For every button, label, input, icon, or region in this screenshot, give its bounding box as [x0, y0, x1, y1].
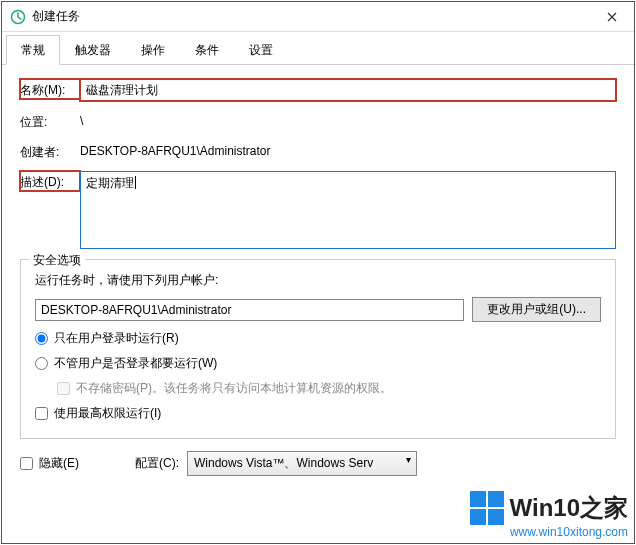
radio-anytime-label: 不管用户是否登录都要运行(W) [54, 355, 217, 372]
tab-bar: 常规 触发器 操作 条件 设置 [2, 34, 634, 65]
name-label: 名称(M): [20, 79, 80, 99]
configure-for-label: 配置(C): [135, 455, 179, 472]
configure-for-value: Windows Vista™、Windows Serv [194, 456, 373, 470]
radio-logged-on-label: 只在用户登录时运行(R) [54, 330, 179, 347]
no-store-password-checkbox [57, 382, 70, 395]
close-icon [607, 12, 617, 22]
radio-anytime[interactable] [35, 357, 48, 370]
tab-content-general: 名称(M): 位置: \ 创建者: DESKTOP-8AFRQU1\Admini… [2, 65, 634, 543]
hidden-checkbox[interactable] [20, 457, 33, 470]
windows-logo-icon [470, 491, 504, 525]
creator-label: 创建者: [20, 141, 80, 161]
creator-value: DESKTOP-8AFRQU1\Administrator [80, 141, 616, 158]
tab-general[interactable]: 常规 [6, 35, 60, 65]
no-store-password-row: 不存储密码(P)。该任务将只有访问本地计算机资源的权限。 [57, 380, 601, 397]
location-value: \ [80, 111, 616, 128]
titlebar: 创建任务 [2, 2, 634, 32]
configure-for-combo[interactable]: Windows Vista™、Windows Serv [187, 451, 417, 476]
task-icon [10, 9, 26, 25]
highest-priv-label: 使用最高权限运行(I) [54, 405, 161, 422]
no-store-password-label: 不存储密码(P)。该任务将只有访问本地计算机资源的权限。 [76, 380, 392, 397]
highest-priv-row[interactable]: 使用最高权限运行(I) [35, 405, 601, 422]
hidden-label: 隐藏(E) [39, 455, 79, 472]
hidden-row[interactable]: 隐藏(E) [20, 455, 79, 472]
highest-priv-checkbox[interactable] [35, 407, 48, 420]
watermark-url: www.win10xitong.com [470, 525, 628, 539]
location-label: 位置: [20, 111, 80, 131]
tab-settings[interactable]: 设置 [234, 35, 288, 65]
security-legend: 安全选项 [29, 252, 85, 269]
security-options-group: 安全选项 运行任务时，请使用下列用户帐户: 更改用户或组(U)... 只在用户登… [20, 259, 616, 439]
radio-logged-on[interactable] [35, 332, 48, 345]
description-label: 描述(D): [20, 171, 80, 191]
account-input[interactable] [35, 299, 464, 321]
tab-triggers[interactable]: 触发器 [60, 35, 126, 65]
watermark-brand: Win10之家 [510, 492, 628, 524]
tab-actions[interactable]: 操作 [126, 35, 180, 65]
radio-anytime-row[interactable]: 不管用户是否登录都要运行(W) [35, 355, 601, 372]
change-user-button[interactable]: 更改用户或组(U)... [472, 297, 601, 322]
description-input[interactable]: 定期清理 [80, 171, 616, 249]
run-as-label: 运行任务时，请使用下列用户帐户: [35, 272, 601, 289]
close-button[interactable] [590, 2, 634, 31]
radio-logged-on-row[interactable]: 只在用户登录时运行(R) [35, 330, 601, 347]
description-text: 定期清理 [86, 176, 136, 190]
name-input[interactable] [80, 79, 616, 101]
create-task-window: 创建任务 常规 触发器 操作 条件 设置 名称(M): 位置: \ 创建者: D… [1, 1, 635, 544]
tab-conditions[interactable]: 条件 [180, 35, 234, 65]
window-title: 创建任务 [32, 8, 590, 25]
watermark: Win10之家 www.win10xitong.com [470, 491, 628, 539]
